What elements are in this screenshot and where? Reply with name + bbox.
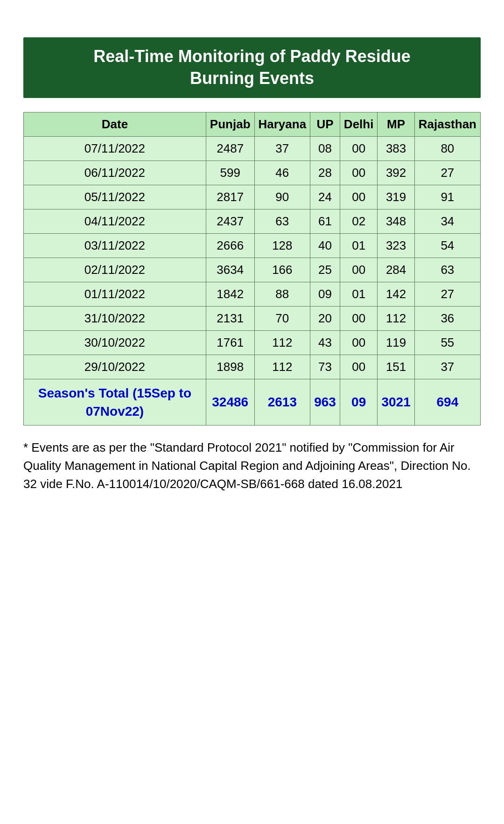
table-cell: 36 bbox=[414, 306, 480, 330]
table-cell: 06/11/2022 bbox=[24, 161, 206, 185]
table-cell: 151 bbox=[378, 355, 414, 379]
table-cell: 00 bbox=[340, 185, 378, 209]
table-cell: 24 bbox=[310, 185, 340, 209]
table-cell: 323 bbox=[378, 233, 414, 258]
table-cell: 54 bbox=[414, 233, 480, 258]
table-cell: 348 bbox=[378, 209, 414, 233]
col-header-rajasthan: Rajasthan bbox=[414, 112, 480, 136]
table-cell: 09 bbox=[310, 282, 340, 306]
table-cell: 1898 bbox=[206, 355, 254, 379]
table-cell: 03/11/2022 bbox=[24, 233, 206, 258]
table-cell: 2437 bbox=[206, 209, 254, 233]
table-cell: 37 bbox=[414, 355, 480, 379]
table-row: 05/11/2022281790240031991 bbox=[24, 185, 481, 209]
page-title: Real-Time Monitoring of Paddy Residue Bu… bbox=[35, 46, 469, 90]
table-cell: 07/11/2022 bbox=[24, 136, 206, 161]
table-cell: 46 bbox=[254, 161, 310, 185]
table-cell: 2666 bbox=[206, 233, 254, 258]
table-cell: 02/11/2022 bbox=[24, 258, 206, 282]
table-cell: 01 bbox=[340, 282, 378, 306]
table-cell: 28 bbox=[310, 161, 340, 185]
table-cell: 01/11/2022 bbox=[24, 282, 206, 306]
table-cell: 30/10/2022 bbox=[24, 330, 206, 355]
table-cell: 27 bbox=[414, 282, 480, 306]
table-cell: 63 bbox=[414, 258, 480, 282]
table-cell: 91 bbox=[414, 185, 480, 209]
table-cell: 383 bbox=[378, 136, 414, 161]
table-row: 07/11/2022248737080038380 bbox=[24, 136, 481, 161]
table-row: 02/11/20223634166250028463 bbox=[24, 258, 481, 282]
table-cell: 20 bbox=[310, 306, 340, 330]
table-row: 31/10/2022213170200011236 bbox=[24, 306, 481, 330]
table-cell: 80 bbox=[414, 136, 480, 161]
col-header-date: Date bbox=[24, 112, 206, 136]
table-cell: 119 bbox=[378, 330, 414, 355]
page-container: Real-Time Monitoring of Paddy Residue Bu… bbox=[23, 37, 481, 493]
table-cell: 00 bbox=[340, 258, 378, 282]
table-cell: 61 bbox=[310, 209, 340, 233]
table-cell: 01 bbox=[340, 233, 378, 258]
table-cell: 29/10/2022 bbox=[24, 355, 206, 379]
table-cell: 319 bbox=[378, 185, 414, 209]
table-cell: 31/10/2022 bbox=[24, 306, 206, 330]
title-box: Real-Time Monitoring of Paddy Residue Bu… bbox=[23, 37, 481, 98]
table-cell: 04/11/2022 bbox=[24, 209, 206, 233]
table-cell: 05/11/2022 bbox=[24, 185, 206, 209]
table-cell: 37 bbox=[254, 136, 310, 161]
totals-cell-up: 963 bbox=[310, 379, 340, 425]
totals-cell-haryana: 2613 bbox=[254, 379, 310, 425]
table-cell: 2131 bbox=[206, 306, 254, 330]
table-cell: 34 bbox=[414, 209, 480, 233]
table-cell: 112 bbox=[254, 330, 310, 355]
table-row: 06/11/202259946280039227 bbox=[24, 161, 481, 185]
table-cell: 02 bbox=[340, 209, 378, 233]
table-header-row: Date Punjab Haryana UP Delhi MP Rajastha… bbox=[24, 112, 481, 136]
totals-cell-mp: 3021 bbox=[378, 379, 414, 425]
totals-label: Season's Total (15Sep to 07Nov22) bbox=[24, 379, 206, 425]
table-cell: 599 bbox=[206, 161, 254, 185]
table-cell: 142 bbox=[378, 282, 414, 306]
col-header-delhi: Delhi bbox=[340, 112, 378, 136]
totals-cell-rajasthan: 694 bbox=[414, 379, 480, 425]
table-cell: 73 bbox=[310, 355, 340, 379]
table-row: 29/10/20221898112730015137 bbox=[24, 355, 481, 379]
totals-cell-delhi: 09 bbox=[340, 379, 378, 425]
table-cell: 166 bbox=[254, 258, 310, 282]
table-cell: 25 bbox=[310, 258, 340, 282]
table-cell: 00 bbox=[340, 136, 378, 161]
table-row: 30/10/20221761112430011955 bbox=[24, 330, 481, 355]
table-cell: 00 bbox=[340, 306, 378, 330]
table-cell: 08 bbox=[310, 136, 340, 161]
table-cell: 70 bbox=[254, 306, 310, 330]
table-cell: 43 bbox=[310, 330, 340, 355]
col-header-haryana: Haryana bbox=[254, 112, 310, 136]
table-cell: 40 bbox=[310, 233, 340, 258]
table-cell: 00 bbox=[340, 330, 378, 355]
table-cell: 27 bbox=[414, 161, 480, 185]
table-cell: 63 bbox=[254, 209, 310, 233]
col-header-mp: MP bbox=[378, 112, 414, 136]
table-cell: 2487 bbox=[206, 136, 254, 161]
table-cell: 1842 bbox=[206, 282, 254, 306]
table-row: 03/11/20222666128400132354 bbox=[24, 233, 481, 258]
footnote-text: * Events are as per the "Standard Protoc… bbox=[23, 439, 481, 493]
totals-row: Season's Total (15Sep to 07Nov22)3248626… bbox=[24, 379, 481, 425]
table-cell: 128 bbox=[254, 233, 310, 258]
table-cell: 2817 bbox=[206, 185, 254, 209]
table-cell: 00 bbox=[340, 161, 378, 185]
table-cell: 00 bbox=[340, 355, 378, 379]
table-cell: 112 bbox=[378, 306, 414, 330]
table-cell: 392 bbox=[378, 161, 414, 185]
table-cell: 55 bbox=[414, 330, 480, 355]
col-header-punjab: Punjab bbox=[206, 112, 254, 136]
table-cell: 90 bbox=[254, 185, 310, 209]
table-row: 01/11/2022184288090114227 bbox=[24, 282, 481, 306]
table-cell: 1761 bbox=[206, 330, 254, 355]
totals-cell-punjab: 32486 bbox=[206, 379, 254, 425]
table-row: 04/11/2022243763610234834 bbox=[24, 209, 481, 233]
table-cell: 88 bbox=[254, 282, 310, 306]
col-header-up: UP bbox=[310, 112, 340, 136]
table-cell: 112 bbox=[254, 355, 310, 379]
table-cell: 284 bbox=[378, 258, 414, 282]
data-table: Date Punjab Haryana UP Delhi MP Rajastha… bbox=[23, 112, 481, 426]
